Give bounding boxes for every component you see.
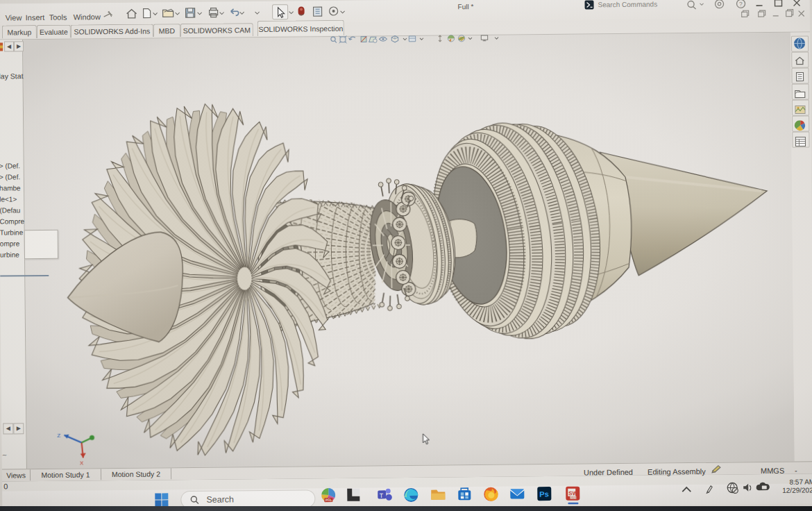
- svg-text:Z: Z: [57, 433, 60, 439]
- svg-text:X: X: [80, 460, 84, 466]
